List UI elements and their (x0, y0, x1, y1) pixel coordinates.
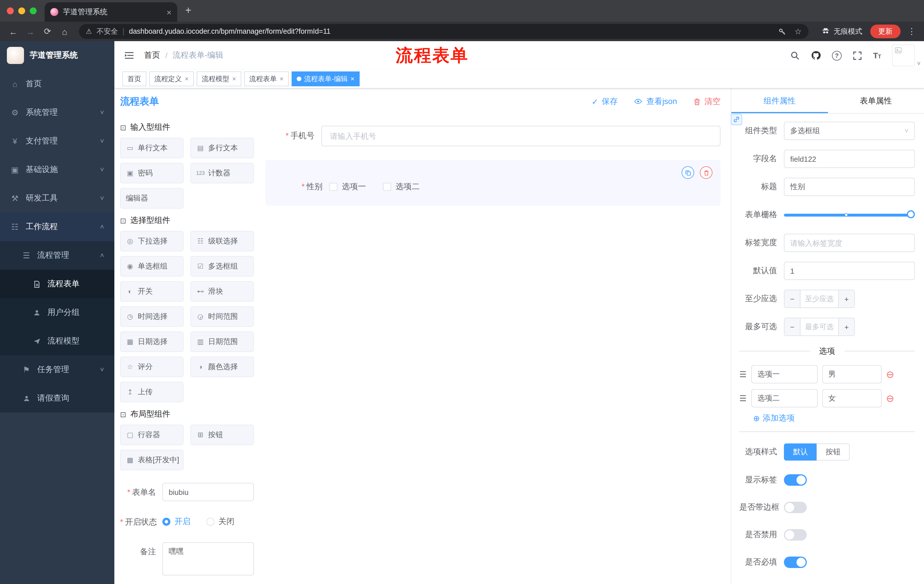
stepper-minus-button[interactable]: − (784, 290, 800, 308)
gender-option-1-checkbox[interactable]: 选项一 (329, 182, 366, 192)
sidebar-item-infrastructure[interactable]: ▣ 基础设施 ˅ (0, 155, 114, 184)
component-cascader[interactable]: ☷级联选择 (190, 231, 254, 252)
component-row-container[interactable]: ▢行容器 (120, 424, 183, 445)
breadcrumb-home[interactable]: 首页 (144, 50, 160, 61)
component-password[interactable]: ▣密码 (120, 163, 183, 183)
avatar-caret-icon[interactable]: ˅ (917, 60, 921, 67)
help-icon[interactable]: ? (832, 51, 842, 60)
tag-flow-model[interactable]: 流程模型 × (197, 71, 241, 86)
component-type-select[interactable]: 多选框组 ˅ (784, 122, 915, 140)
form-remark-textarea[interactable]: 嘿嘿 (162, 542, 254, 576)
bookmark-star-icon[interactable]: ☆ (794, 27, 802, 36)
back-icon[interactable]: ← (6, 26, 21, 36)
component-counter[interactable]: 123计数器 (190, 163, 254, 183)
form-name-input[interactable] (162, 483, 254, 501)
add-option-button[interactable]: ⊕ 添加选项 (753, 413, 915, 423)
phone-input[interactable] (321, 126, 721, 146)
sidebar-item-system[interactable]: ⚙ 系统管理 ˅ (0, 98, 114, 127)
component-upload[interactable]: ↥上传 (120, 382, 183, 402)
field-name-input[interactable] (784, 150, 915, 168)
title-input[interactable] (784, 178, 915, 196)
tag-close-icon[interactable]: × (232, 75, 236, 83)
component-date-range[interactable]: ▥日期范围 (190, 331, 254, 352)
remove-option-icon[interactable]: ⊖ (886, 393, 894, 403)
tag-close-icon[interactable]: × (185, 75, 189, 83)
style-button-button[interactable]: 按钮 (817, 443, 850, 461)
default-value-input[interactable] (784, 262, 915, 280)
close-window-button[interactable] (7, 7, 14, 14)
gender-option-2-checkbox[interactable]: 选项二 (383, 182, 420, 192)
stepper-minus-button[interactable]: − (784, 318, 800, 336)
slider-handle[interactable] (907, 210, 915, 218)
avatar[interactable]: ˅ (892, 44, 915, 66)
font-size-icon[interactable]: TT (873, 51, 881, 60)
zoom-window-button[interactable] (30, 7, 36, 14)
sidebar-item-flow-manage[interactable]: ☰ 流程管理 ˄ (0, 241, 114, 270)
border-switch[interactable] (784, 502, 807, 513)
home-icon[interactable]: ⌂ (57, 26, 72, 36)
stepper-plus-button[interactable]: + (838, 318, 854, 336)
status-off-radio[interactable]: 关闭 (206, 517, 234, 527)
component-checkbox-group[interactable]: ☑多选框组 (190, 256, 254, 276)
component-multi-text[interactable]: ▤多行文本 (190, 138, 254, 158)
component-single-text[interactable]: ▭单行文本 (120, 138, 183, 158)
view-json-button[interactable]: 查看json (634, 96, 677, 107)
grid-slider[interactable] (784, 206, 915, 224)
drag-handle-icon[interactable]: ☰ (739, 370, 746, 379)
option-value-input[interactable] (822, 389, 881, 408)
component-editor[interactable]: 编辑器 (120, 188, 183, 209)
component-button[interactable]: ⊞按钮 (190, 424, 254, 445)
sidebar-item-flow-form[interactable]: 流程表单 (0, 270, 114, 298)
min-select-input[interactable] (800, 290, 838, 308)
option-label-input[interactable] (751, 365, 817, 383)
new-tab-button[interactable]: + (185, 5, 191, 16)
component-table[interactable]: ▩表格[开发中] (120, 450, 183, 470)
tag-flow-form[interactable]: 流程表单 × (244, 71, 289, 86)
component-rate[interactable]: ☆评分 (120, 357, 183, 377)
component-time-picker[interactable]: ◷时间选择 (120, 306, 183, 327)
status-on-radio[interactable]: 开启 (162, 517, 190, 527)
sidebar-item-flow-model[interactable]: 流程模型 (0, 327, 114, 355)
option-label-input[interactable] (751, 389, 817, 408)
option-value-input[interactable] (822, 365, 881, 383)
sidebar-collapse-icon[interactable] (124, 50, 135, 61)
sidebar-item-workflow[interactable]: ☷ 工作流程 ˄ (0, 212, 114, 241)
component-color-picker[interactable]: ◑颜色选择 (190, 357, 254, 377)
save-button[interactable]: ✓ 保存 (592, 96, 617, 107)
max-select-input[interactable] (800, 318, 838, 336)
tag-flow-form-edit[interactable]: 流程表单-编辑 × (292, 71, 360, 86)
clear-button[interactable]: 清空 (693, 96, 721, 107)
component-time-range[interactable]: ◶时间范围 (190, 306, 254, 327)
sidebar-item-task-manage[interactable]: ⚑ 任务管理 ˅ (0, 355, 114, 384)
sidebar-item-user-group[interactable]: 用户分组 (0, 298, 114, 327)
required-switch[interactable] (784, 556, 807, 568)
search-icon[interactable] (790, 51, 800, 60)
disabled-switch[interactable] (784, 529, 807, 541)
style-default-button[interactable]: 默认 (784, 443, 817, 461)
component-radio-group[interactable]: ◉单选框组 (120, 256, 183, 276)
component-switch[interactable]: ◐开关 (120, 281, 183, 302)
drag-handle-icon[interactable]: ☰ (739, 394, 746, 403)
show-label-switch[interactable] (784, 474, 807, 486)
sidebar-item-devtools[interactable]: ⚒ 研发工具 ˅ (0, 184, 114, 212)
tag-home[interactable]: 首页 (122, 71, 146, 86)
tag-close-icon[interactable]: × (350, 75, 355, 83)
tag-flow-definition[interactable]: 流程定义 × (149, 71, 194, 86)
gender-field-selected[interactable]: *性别 选项一 选项二 (265, 160, 721, 206)
label-width-input[interactable] (784, 234, 915, 252)
phone-field[interactable]: *手机号 (265, 126, 721, 146)
tab-component-props[interactable]: 组件属性 (731, 89, 828, 113)
link-icon[interactable] (731, 114, 742, 125)
component-select[interactable]: ◎下拉选择 (120, 231, 183, 252)
tab-form-props[interactable]: 表单属性 (828, 89, 924, 113)
sidebar-item-home[interactable]: ⌂ 首页 (0, 70, 114, 98)
github-icon[interactable] (811, 50, 821, 61)
copy-field-button[interactable] (681, 166, 694, 179)
component-date-picker[interactable]: ▦日期选择 (120, 331, 183, 352)
remove-option-icon[interactable]: ⊖ (886, 369, 894, 379)
minimize-window-button[interactable] (18, 7, 25, 14)
forward-icon[interactable]: → (23, 26, 38, 36)
browser-update-button[interactable]: 更新 (870, 25, 901, 38)
component-slider[interactable]: ⊷滑块 (190, 281, 254, 302)
reload-icon[interactable]: ⟳ (40, 26, 55, 36)
